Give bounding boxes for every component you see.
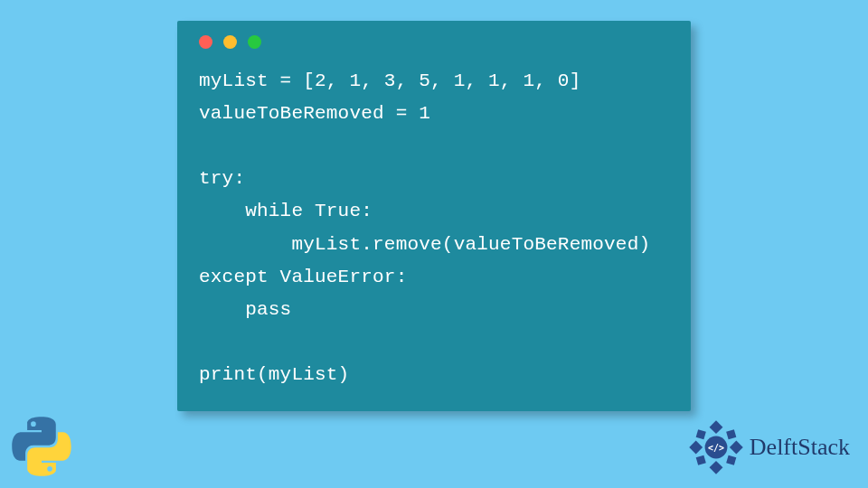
code-line: try:	[199, 168, 245, 189]
code-line: while True:	[199, 201, 373, 221]
code-line: myList.remove(valueToBeRemoved)	[199, 234, 650, 255]
code-line: print(myList)	[199, 364, 349, 385]
brand: </> DelftStack	[688, 419, 850, 475]
minimize-dot-icon	[223, 35, 237, 49]
svg-marker-3	[730, 441, 743, 455]
svg-marker-1	[709, 461, 722, 474]
svg-marker-7	[726, 455, 736, 465]
python-logo-icon	[11, 416, 72, 477]
svg-marker-2	[689, 441, 703, 455]
svg-marker-6	[695, 455, 705, 465]
window-controls	[199, 35, 669, 49]
code-window: myList = [2, 1, 3, 5, 1, 1, 1, 0] valueT…	[177, 21, 691, 411]
svg-text:</>: </>	[708, 443, 724, 453]
code-line: pass	[199, 299, 291, 320]
maximize-dot-icon	[248, 35, 261, 49]
code-line: myList = [2, 1, 3, 5, 1, 1, 1, 0]	[199, 70, 580, 91]
svg-marker-5	[726, 429, 736, 439]
svg-marker-4	[695, 429, 705, 439]
svg-marker-0	[709, 420, 722, 434]
close-dot-icon	[199, 35, 212, 49]
code-line: valueToBeRemoved = 1	[199, 103, 430, 124]
delftstack-logo-icon: </>	[688, 419, 744, 475]
brand-name: DelftStack	[750, 434, 850, 461]
code-line: except ValueError:	[199, 267, 407, 287]
code-block: myList = [2, 1, 3, 5, 1, 1, 1, 0] valueT…	[199, 65, 669, 391]
